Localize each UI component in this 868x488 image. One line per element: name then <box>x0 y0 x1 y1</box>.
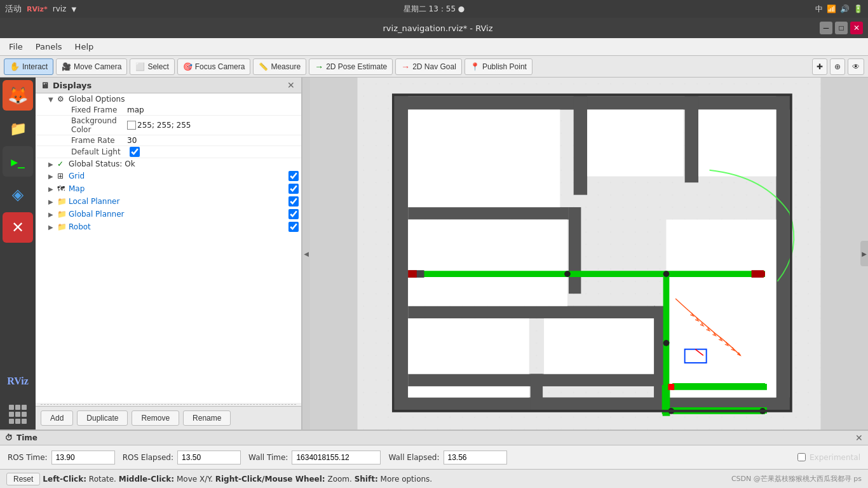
2d-pose-button[interactable]: → 2D Pose Estimate <box>309 58 393 75</box>
grid-row[interactable]: ▶ ⊞ Grid <box>36 170 301 182</box>
ros-elapsed-label: ROS Elapsed: <box>123 453 173 462</box>
default-light-value[interactable] <box>127 147 140 157</box>
time-panel-close[interactable]: ✕ <box>855 433 863 443</box>
global-status-row[interactable]: ▶ ✓ Global Status: Ok <box>36 158 301 170</box>
svg-point-37 <box>663 340 670 346</box>
grid-arrow[interactable]: ▶ <box>48 173 57 180</box>
select-button[interactable]: ⬜ Select <box>130 58 174 75</box>
view-button[interactable]: 👁 <box>848 58 864 75</box>
wall-elapsed-input[interactable] <box>444 451 507 464</box>
bg-color-label: Background Color <box>38 116 127 134</box>
fixed-frame-value[interactable]: map <box>127 105 144 114</box>
status-bar: Reset Left-Click: Rotate. Middle-Click: … <box>0 469 868 488</box>
dropdown-icon[interactable]: ▼ <box>71 6 76 13</box>
minimize-button[interactable]: ─ <box>820 22 832 34</box>
activities-label[interactable]: 活动 <box>5 3 22 15</box>
svg-rect-7 <box>574 96 587 195</box>
ros-elapsed-input[interactable] <box>177 451 241 464</box>
2d-nav-button[interactable]: → 2D Nav Goal <box>395 58 462 75</box>
sidebar-unknown-red[interactable]: ✕ <box>3 212 33 243</box>
right-collapse-arrow[interactable]: ▶ <box>860 241 868 266</box>
bg-color-value[interactable]: 255; 255; 255 <box>127 121 191 130</box>
app-name[interactable]: rviz <box>53 4 67 13</box>
map-icon: 🗺 <box>57 184 69 193</box>
watermark: CSDN @芒果荔枝猕猴桃大西瓜我都寻 ps <box>731 474 862 484</box>
move-camera-button[interactable]: 🎥 Move Camera <box>56 58 127 75</box>
time-panel: ⏱ Time ✕ ROS Time: ROS Elapsed: Wall Tim… <box>0 430 868 469</box>
zoom-button[interactable]: ⊕ <box>830 58 845 75</box>
add-icon-button[interactable]: ✚ <box>812 58 827 75</box>
global-planner-checkbox[interactable] <box>288 209 299 219</box>
volume-icon: 🔊 <box>840 4 850 13</box>
svg-rect-32 <box>671 384 767 390</box>
global-options-arrow[interactable]: ▼ <box>48 96 57 103</box>
interact-button[interactable]: ✋ Interact <box>4 58 53 75</box>
measure-button[interactable]: 📏 Measure <box>253 58 306 75</box>
lang-indicator[interactable]: 中 <box>815 4 823 15</box>
wall-elapsed-field: Wall Elapsed: <box>388 451 506 464</box>
robot-arrow[interactable]: ▶ <box>48 224 57 231</box>
grid-icon: ⊞ <box>57 172 69 180</box>
robot-checkbox[interactable] <box>288 222 299 232</box>
displays-panel-close[interactable]: ✕ <box>286 80 296 90</box>
experimental-field: Experimental <box>797 453 860 462</box>
global-options-row[interactable]: ▼ ⚙ Global Options <box>36 93 301 105</box>
svg-point-35 <box>564 271 571 277</box>
sidebar-rviz[interactable]: RViz <box>3 366 33 396</box>
global-status-arrow[interactable]: ▶ <box>48 161 57 168</box>
fixed-frame-row: Fixed Frame map <box>36 105 301 116</box>
sidebar-terminal[interactable]: ▶_ <box>3 146 33 177</box>
default-light-checkbox[interactable] <box>130 147 140 157</box>
local-planner-arrow[interactable]: ▶ <box>48 198 57 205</box>
duplicate-button[interactable]: Duplicate <box>77 410 128 426</box>
sidebar-files[interactable]: 📁 <box>3 113 33 144</box>
global-planner-row[interactable]: ▶ 📁 Global Planner <box>36 208 301 220</box>
sidebar-firefox[interactable]: 🦊 <box>3 80 33 111</box>
local-planner-checkbox[interactable] <box>288 196 299 207</box>
rename-button[interactable]: Rename <box>183 410 231 426</box>
svg-rect-21 <box>666 220 776 398</box>
frame-rate-value[interactable]: 30 <box>127 136 137 145</box>
sidebar-apps[interactable] <box>3 399 33 430</box>
move-camera-icon: 🎥 <box>62 62 71 71</box>
focus-camera-button[interactable]: 🎯 Focus Camera <box>177 58 251 75</box>
remove-button[interactable]: Remove <box>132 410 179 426</box>
global-planner-arrow[interactable]: ▶ <box>48 211 57 218</box>
wall-elapsed-label: Wall Elapsed: <box>388 453 439 462</box>
map-arrow[interactable]: ▶ <box>48 186 57 193</box>
rviz-viewport[interactable]: ▶ <box>310 78 868 430</box>
2d-nav-label: 2D Nav Goal <box>412 62 456 71</box>
system-bar: 活动 RViz* rviz ▼ 星期二 13：55 ● 中 📶 🔊 🔋 <box>0 0 868 18</box>
menu-help[interactable]: Help <box>69 41 100 53</box>
panel-collapse-handle[interactable]: ◀ <box>302 78 310 430</box>
experimental-checkbox[interactable] <box>797 453 806 461</box>
svg-rect-22 <box>408 386 529 397</box>
svg-rect-8 <box>685 96 698 182</box>
window-title: rviz_navigation.rviz* - RViz <box>56 24 820 33</box>
publish-point-label: Publish Point <box>482 62 527 71</box>
robot-row[interactable]: ▶ 📁 Robot <box>36 220 301 233</box>
fixed-frame-label: Fixed Frame <box>38 105 127 114</box>
grid-checkbox[interactable] <box>288 171 299 181</box>
add-button[interactable]: Add <box>41 410 73 426</box>
svg-rect-43 <box>752 270 764 278</box>
menu-bar: File Panels Help <box>0 38 868 56</box>
map-row[interactable]: ▶ 🗺 Map <box>36 182 301 195</box>
publish-point-button[interactable]: 📍 Publish Point <box>465 58 532 75</box>
wall-time-input[interactable] <box>292 451 381 464</box>
menu-file[interactable]: File <box>3 41 29 53</box>
local-planner-row[interactable]: ▶ 📁 Local Planner <box>36 195 301 208</box>
publish-point-icon: 📍 <box>470 62 480 71</box>
time-panel-title: Time <box>17 433 37 442</box>
ros-time-input[interactable] <box>51 451 115 464</box>
menu-panels[interactable]: Panels <box>29 41 69 53</box>
close-button[interactable]: ✕ <box>850 22 863 34</box>
maximize-button[interactable]: □ <box>835 22 848 34</box>
global-planner-label: Global Planner <box>69 210 286 219</box>
sidebar-vscode[interactable]: ◈ <box>3 179 33 210</box>
global-options-label: Global Options <box>69 95 299 104</box>
map-checkbox[interactable] <box>288 184 299 194</box>
displays-panel-icon: 🖥 <box>41 81 49 90</box>
robot-label: Robot <box>69 222 286 231</box>
reset-button[interactable]: Reset <box>6 473 40 485</box>
